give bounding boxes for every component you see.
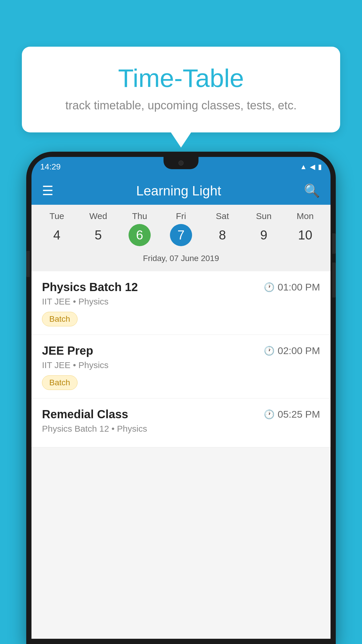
day-col[interactable]: Tue4	[39, 211, 74, 246]
day-col[interactable]: Mon10	[288, 211, 323, 246]
day-col[interactable]: Fri7	[164, 211, 198, 246]
battery-icon: ▮	[318, 163, 322, 171]
days-row: Tue4Wed5Thu6Fri7Sat8Sun9Mon10	[31, 211, 331, 246]
day-col[interactable]: Wed5	[81, 211, 116, 246]
batch-badge: Batch	[42, 375, 78, 390]
day-number[interactable]: 10	[294, 224, 316, 246]
hamburger-icon[interactable]: ☰	[42, 184, 53, 197]
day-number[interactable]: 6	[129, 224, 151, 246]
camera-notch	[178, 160, 184, 166]
day-name: Tue	[50, 211, 64, 221]
app-title: Learning Light	[136, 183, 221, 199]
bubble-subtitle: track timetable, upcoming classes, tests…	[45, 99, 317, 112]
wifi-icon: ▲	[300, 163, 307, 171]
clock-icon: 🕐	[264, 409, 275, 419]
batch-badge: Batch	[42, 312, 78, 326]
day-number[interactable]: 7	[170, 224, 192, 246]
time-text: 01:00 PM	[277, 281, 320, 293]
schedule-item-subtitle: IIT JEE • Physics	[42, 297, 320, 307]
day-number[interactable]: 4	[46, 224, 68, 246]
day-name: Mon	[297, 211, 314, 221]
schedule-item-subtitle: Physics Batch 12 • Physics	[42, 424, 320, 434]
bubble-title: Time-Table	[45, 64, 317, 92]
status-icons: ▲ ◀ ▮	[300, 163, 322, 171]
day-col[interactable]: Sun9	[246, 211, 281, 246]
side-button-right-bottom	[332, 262, 336, 298]
day-name: Sun	[256, 211, 271, 221]
time-text: 02:00 PM	[277, 345, 320, 356]
day-col[interactable]: Thu6	[122, 211, 157, 246]
schedule-item-subtitle: IIT JEE • Physics	[42, 360, 320, 370]
schedule-item[interactable]: JEE Prep🕐02:00 PMIIT JEE • PhysicsBatch	[31, 335, 331, 398]
day-number[interactable]: 5	[87, 224, 109, 246]
phone-frame: 14:29 ▲ ◀ ▮ ☰ Learning Light 🔍 Tue4Wed5T…	[26, 152, 336, 644]
calendar-strip: Tue4Wed5Thu6Fri7Sat8Sun9Mon10 Friday, 07…	[31, 205, 331, 271]
selected-date-label: Friday, 07 June 2019	[31, 250, 331, 268]
schedule-item-title: Physics Batch 12	[42, 281, 138, 294]
schedule-item-time: 🕐02:00 PM	[264, 345, 320, 356]
time-text: 05:25 PM	[277, 409, 320, 420]
app-header: ☰ Learning Light 🔍	[31, 177, 331, 205]
schedule-item[interactable]: Physics Batch 12🕐01:00 PMIIT JEE • Physi…	[31, 271, 331, 335]
day-name: Wed	[89, 211, 107, 221]
schedule-item[interactable]: Remedial Class🕐05:25 PMPhysics Batch 12 …	[31, 398, 331, 447]
schedule-item-time: 🕐01:00 PM	[264, 281, 320, 293]
side-button-left	[26, 251, 30, 277]
day-col[interactable]: Sat8	[205, 211, 240, 246]
clock-icon: 🕐	[264, 282, 275, 292]
clock-icon: 🕐	[264, 346, 275, 356]
day-number[interactable]: 8	[211, 224, 233, 246]
speech-bubble: Time-Table track timetable, upcoming cla…	[22, 47, 340, 132]
day-name: Sat	[216, 211, 229, 221]
schedule-item-title: Remedial Class	[42, 408, 128, 421]
day-name: Fri	[176, 211, 186, 221]
phone-notch	[164, 157, 198, 169]
day-number[interactable]: 9	[253, 224, 275, 246]
signal-icon: ◀	[310, 163, 315, 171]
side-button-right-top	[332, 233, 336, 254]
day-name: Thu	[132, 211, 147, 221]
schedule-item-title: JEE Prep	[42, 344, 93, 357]
status-bar: 14:29 ▲ ◀ ▮	[31, 157, 331, 177]
search-icon[interactable]: 🔍	[304, 183, 320, 198]
schedule-list: Physics Batch 12🕐01:00 PMIIT JEE • Physi…	[31, 271, 331, 447]
phone-screen: ☰ Learning Light 🔍 Tue4Wed5Thu6Fri7Sat8S…	[31, 177, 331, 639]
phone-time: 14:29	[40, 162, 61, 172]
schedule-item-time: 🕐05:25 PM	[264, 409, 320, 420]
